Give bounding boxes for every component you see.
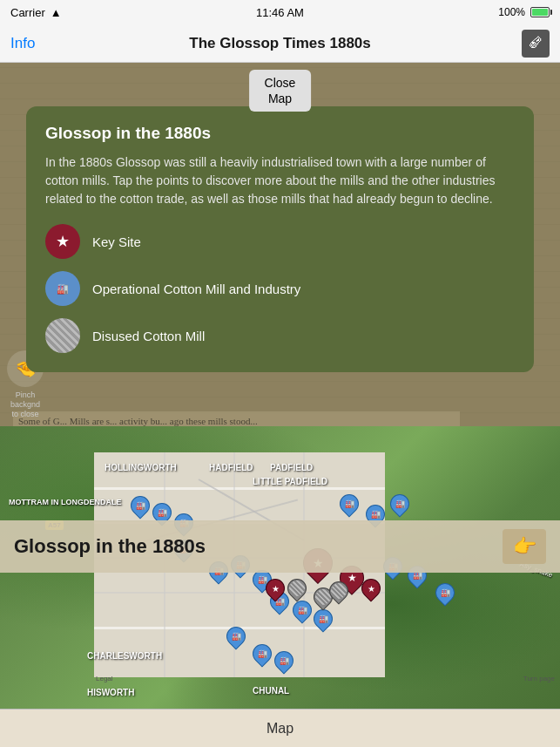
info-card: Glossop in the 1880s In the 1880s Glosso… [26, 106, 534, 372]
newspaper-icon: 🗞 [528, 34, 543, 52]
key-site-label: Key Site [92, 234, 141, 249]
battery-icon [530, 7, 550, 17]
nav-title: The Glossop Times 1880s [189, 35, 371, 52]
pointing-hand-icon: 👉 [503, 529, 546, 564]
key-site-icon: ★ [45, 224, 80, 259]
bottom-banner: Glossop in the 1880s 👉 [0, 520, 560, 573]
pinch-text: Pinchbackgndto close [10, 390, 40, 418]
map-legal-label: Legal [96, 675, 113, 682]
legend-item-key-site: ★ Key Site [45, 224, 515, 259]
chunal-label: CHUNAL [253, 686, 289, 696]
close-map-line2: Map [268, 92, 292, 105]
map-area[interactable]: MOTTRAM IN LONGDENDALE A57 HOLLINGWORTH … [0, 426, 560, 723]
status-right: 100% [498, 6, 550, 18]
little-padfield-label: LITTLE PADFIELD [253, 477, 327, 486]
hollingworth-label: HOLLINGWORTH [105, 463, 177, 472]
time-label: 11:46 AM [256, 6, 304, 19]
legend-item-operational: 🏭 Operational Cotton Mill and Industry [45, 271, 515, 306]
diagonal-stripes [289, 581, 305, 596]
hisworth-label: HISWORTH [87, 688, 134, 697]
close-map-line1: Close [265, 76, 296, 90]
charlesworth-label: CHARLESWORTH [87, 651, 162, 661]
operational-icon: 🏭 [45, 271, 80, 306]
battery-percent: 100% [498, 6, 525, 18]
tab-bar: Map [0, 709, 560, 747]
wifi-icon: ▲ [51, 6, 62, 19]
factory-icon: 🏭 [57, 284, 69, 294]
carrier-label: Carrier [10, 6, 45, 19]
mottram-label: MOTTRAM IN LONGDENDALE [9, 498, 122, 507]
newspaper-icon-button[interactable]: 🗞 [522, 30, 550, 58]
info-card-title: Glossop in the 1880s [45, 124, 515, 143]
map-turnpage-label: Turn page [523, 675, 555, 682]
map-tab-label[interactable]: Map [267, 721, 293, 737]
close-map-button[interactable]: Close Map [249, 70, 312, 112]
main-content: Close Map Glossop in the 1880s In the 18… [0, 63, 560, 747]
info-button[interactable]: Info [10, 35, 35, 52]
bottom-banner-title: Glossop in the 1880s [14, 535, 206, 558]
legend-items: ★ Key Site 🏭 Operational Cotton Mill and… [45, 224, 515, 353]
padfield-label: PADFIELD [270, 463, 313, 472]
hadfield-label: HADFIELD [209, 463, 253, 472]
nav-bar: Info The Glossop Times 1880s 🗞 [0, 24, 560, 63]
diagonal-stripes [331, 583, 347, 599]
finger-point-icon: 👉 [513, 535, 536, 558]
operational-label: Operational Cotton Mill and Industry [92, 282, 300, 296]
legend-item-disused: Disused Cotton Mill [45, 318, 515, 353]
disused-icon [45, 318, 80, 353]
disused-label: Disused Cotton Mill [92, 329, 205, 343]
info-card-body: In the 1880s Glossop was still a heavily… [45, 153, 515, 208]
status-bar: Carrier ▲ 11:46 AM 100% [0, 0, 560, 24]
status-left: Carrier ▲ [10, 6, 62, 19]
star-icon: ★ [56, 232, 70, 251]
